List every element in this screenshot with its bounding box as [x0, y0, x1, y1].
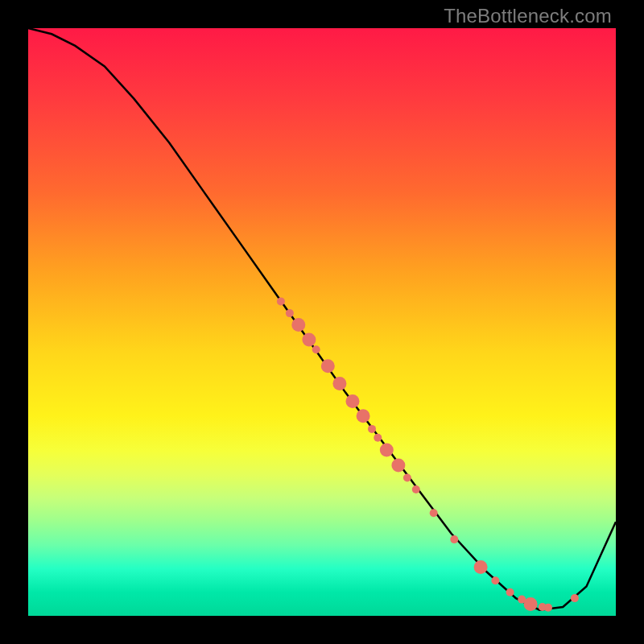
curve-marker	[491, 576, 499, 584]
attribution-text: TheBottleneck.com	[444, 5, 612, 27]
curve-marker	[312, 345, 320, 353]
curve-marker	[450, 535, 458, 543]
curve-marker	[291, 318, 305, 332]
curve-marker	[391, 459, 405, 473]
curve-marker	[302, 332, 316, 346]
curve-marker	[286, 309, 294, 317]
curve-marker	[332, 377, 346, 390]
chart-frame	[28, 28, 616, 616]
curve-line	[28, 28, 616, 610]
curve-marker	[321, 359, 335, 373]
curve-marker	[368, 425, 376, 433]
curve-marker	[430, 509, 438, 517]
curve-marker	[357, 409, 370, 423]
curve-marker	[374, 434, 382, 442]
curve-marker	[524, 597, 538, 611]
curve-marker	[412, 485, 420, 493]
curve-marker	[403, 474, 411, 482]
chart-svg	[28, 28, 616, 616]
curve-marker	[346, 394, 360, 408]
curve-marker	[571, 594, 579, 602]
curve-markers	[277, 297, 579, 611]
curve-marker	[277, 297, 285, 305]
curve-marker	[474, 560, 488, 574]
curve-marker	[506, 588, 514, 597]
curve-marker	[380, 444, 394, 457]
curve-marker	[544, 604, 552, 612]
